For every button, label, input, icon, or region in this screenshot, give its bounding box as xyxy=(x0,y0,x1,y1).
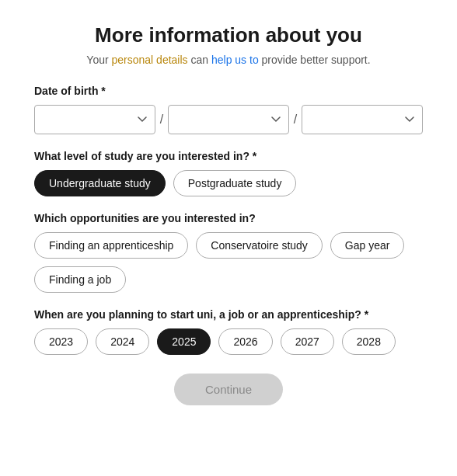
subtitle-part2: can xyxy=(188,54,211,66)
study-level-section: What level of study are you interested i… xyxy=(34,150,423,196)
dob-year-select[interactable] xyxy=(302,105,423,134)
form-container: More information about you Your personal… xyxy=(19,16,438,429)
subtitle-highlight1: personal details xyxy=(112,54,188,66)
continue-button[interactable]: Continue xyxy=(174,374,283,405)
dob-separator-1: / xyxy=(159,113,165,127)
pill-gap-year[interactable]: Gap year xyxy=(330,232,405,259)
pill-2028[interactable]: 2028 xyxy=(342,328,396,355)
pill-2026[interactable]: 2026 xyxy=(218,328,272,355)
subtitle-part3: provide better support. xyxy=(259,54,371,66)
dob-month-select[interactable] xyxy=(168,105,289,134)
page-title: More information about you xyxy=(34,23,423,47)
dob-separator-2: / xyxy=(292,113,298,127)
pill-2027[interactable]: 2027 xyxy=(281,328,334,355)
pill-2023[interactable]: 2023 xyxy=(34,328,88,355)
pill-apprenticeship[interactable]: Finding an apprenticeship xyxy=(34,232,188,259)
start-year-label: When are you planning to start uni, a jo… xyxy=(34,308,423,321)
subtitle-part1: Your xyxy=(86,54,111,66)
dob-row: / / xyxy=(34,105,423,134)
start-year-section: When are you planning to start uni, a jo… xyxy=(34,308,423,355)
study-level-label: What level of study are you interested i… xyxy=(34,150,423,162)
start-year-options: 2023 2024 2025 2026 2027 2028 xyxy=(34,328,423,355)
subtitle-highlight2: help us to xyxy=(211,54,259,66)
opportunities-label: Which opportunities are you interested i… xyxy=(34,212,423,224)
opportunities-options: Finding an apprenticeship Conservatoire … xyxy=(34,232,423,293)
opportunities-section: Which opportunities are you interested i… xyxy=(34,212,423,293)
dob-day-select[interactable] xyxy=(34,105,155,134)
pill-undergraduate[interactable]: Undergraduate study xyxy=(34,170,166,196)
pill-2025[interactable]: 2025 xyxy=(157,328,211,355)
pill-conservatoire[interactable]: Conservatoire study xyxy=(196,232,323,259)
page-subtitle: Your personal details can help us to pro… xyxy=(34,54,423,66)
pill-2024[interactable]: 2024 xyxy=(96,328,149,355)
dob-section: Date of birth * / / xyxy=(34,85,423,134)
study-level-options: Undergraduate study Postgraduate study xyxy=(34,170,423,196)
pill-job[interactable]: Finding a job xyxy=(34,266,126,293)
pill-postgraduate[interactable]: Postgraduate study xyxy=(173,170,297,196)
dob-label: Date of birth * xyxy=(34,85,423,97)
